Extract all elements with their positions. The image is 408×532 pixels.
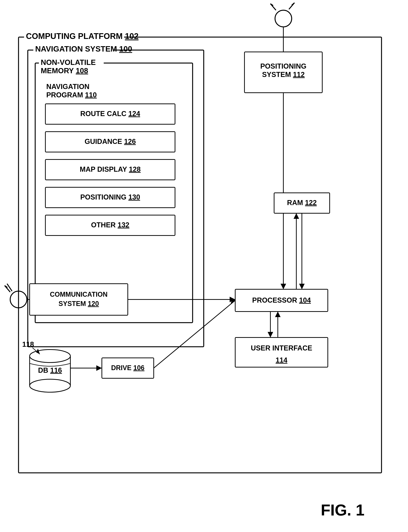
comm-system-label2: SYSTEM 120 [59, 300, 99, 307]
db-bottom-ellipse [30, 379, 70, 392]
positioning-system-label: POSITIONING [260, 62, 306, 70]
nav-program-label2: PROGRAM 110 [46, 91, 97, 99]
user-interface-number: 114 [276, 356, 287, 364]
comm-system-box [30, 284, 128, 315]
navigation-system-label: NAVIGATION SYSTEM 100 [35, 44, 132, 53]
diagram-svg: COMPUTING PLATFORM 102 NAVIGATION SYSTEM… [0, 0, 408, 532]
db-top-ellipse [30, 350, 70, 363]
nvm-label: NON-VOLATILE [41, 58, 96, 66]
nav-program-label: NAVIGATION [46, 83, 89, 90]
computing-platform-label: COMPUTING PLATFORM 102 [26, 32, 138, 41]
processor-label: PROCESSOR 104 [252, 296, 311, 304]
db-118-label: 118 [22, 340, 34, 348]
positioning-label: POSITIONING 130 [80, 193, 140, 201]
ram-label: RAM 122 [287, 199, 317, 207]
other-label: OTHER 132 [91, 221, 129, 229]
left-bolt2 [7, 284, 12, 291]
comm-system-label: COMMUNICATION [50, 291, 107, 298]
nvm-label2: MEMORY 108 [41, 67, 88, 75]
user-interface-label: USER INTERFACE [251, 344, 312, 352]
route-calc-label: ROUTE CALC 124 [80, 110, 140, 118]
drive-label: DRIVE 106 [111, 364, 144, 372]
guidance-label: GUIDANCE 126 [85, 138, 136, 145]
map-display-label: MAP DISPLAY 128 [80, 165, 141, 173]
db-label: DB 116 [38, 366, 62, 374]
top-antenna-circle [275, 10, 292, 27]
positioning-system-label2: SYSTEM 112 [262, 71, 305, 79]
fig-label: FIG. 1 [321, 501, 365, 519]
